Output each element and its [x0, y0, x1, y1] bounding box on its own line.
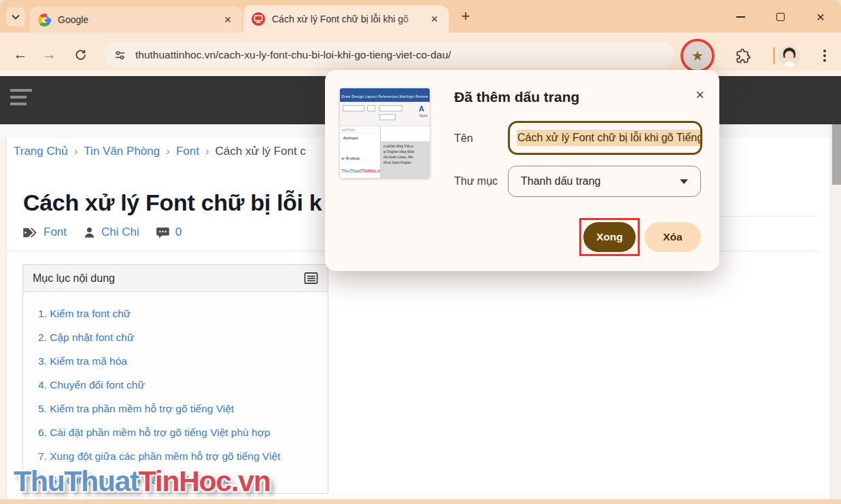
toc-item: 2. Cập nhật font chữ [38, 325, 328, 349]
site-favicon-icon [252, 12, 265, 26]
folder-select-value: Thanh dấu trang [521, 175, 680, 187]
tab-close-icon[interactable]: × [427, 12, 442, 26]
site-watermark: ThuThuatTinHoc.vn [14, 465, 270, 498]
toc-list: 1. Kiểm tra font chữ 2. Cập nhật font ch… [23, 292, 328, 492]
reload-button[interactable] [69, 43, 91, 65]
window-bottom-edge [0, 499, 841, 504]
preview-toolbar: A Styles [340, 102, 430, 126]
preview-watermark: ThuThuatTinHoc.v [341, 168, 380, 173]
avatar-image [778, 45, 800, 67]
toc-item: 6. Cài đặt phần mềm hỗ trợ gõ tiếng Việt… [38, 420, 328, 444]
breadcrumb-home-link[interactable]: Trang Chủ [14, 145, 68, 158]
reload-icon [74, 48, 87, 61]
comments-icon [156, 226, 170, 239]
tag-icon [22, 226, 38, 239]
forward-button[interactable]: → [38, 43, 60, 65]
toolbar-separator [773, 47, 775, 65]
breadcrumb: Trang Chủ›Tin Văn Phòng›Font›Cách xử lý … [14, 145, 306, 158]
toc-item: 5. Kiểm tra phần mềm hỗ trợ gõ tiếng Việ… [38, 397, 328, 420]
author-icon [83, 226, 96, 239]
page-scrollbar [830, 124, 841, 504]
bookmark-name-input[interactable]: Cách xử lý Font chữ bị lỗi khi gõ Tiếng [508, 121, 702, 155]
extensions-button[interactable] [733, 46, 753, 66]
browser-window: Google × Cách xử lý Font chữ bị lỗi khi … [0, 0, 841, 504]
back-button[interactable]: ← [10, 43, 31, 65]
puzzle-icon [735, 48, 751, 64]
window-maximize-button[interactable] [771, 7, 790, 26]
tab-title: Cách xử lý Font chữ bị lỗi khi gõ [272, 14, 427, 24]
tab-google[interactable]: Google × [30, 7, 242, 33]
bookmark-added-dialog: Draw Design Layout References Mailings R… [325, 70, 719, 271]
bookmark-preview-image: Draw Design Layout References Mailings R… [340, 88, 430, 178]
tab-strip: Google × Cách xử lý Font chữ bị lỗi khi … [0, 0, 841, 33]
preview-text-block: n phồm tiếng Việt p ut Engine cũng được … [381, 141, 430, 178]
tab-search-button[interactable] [6, 7, 25, 26]
new-tab-button[interactable]: + [457, 7, 475, 25]
tab-title: Google [58, 14, 220, 25]
article-meta: Font Chi Chi 0 [22, 226, 198, 239]
divider [713, 216, 819, 217]
toc-toggle-icon[interactable] [304, 272, 318, 285]
dialog-title: Đã thêm dấu trang [454, 89, 579, 105]
google-favicon-icon [38, 14, 51, 26]
bookmark-star-icon: ★ [691, 48, 704, 64]
dialog-close-button[interactable]: × [696, 86, 704, 104]
kebab-icon [823, 50, 826, 52]
selected-text: Cách xử lý Font chữ bị lỗi khi gõ Tiếng [517, 130, 702, 146]
address-bar[interactable]: thuthuattinhoc.vn/cach-xu-ly-font-chu-bi… [103, 42, 674, 68]
tag-link[interactable]: Font [44, 226, 67, 239]
window-minimize-button[interactable] [731, 7, 750, 26]
annotation-box: Xong [579, 218, 640, 256]
table-of-contents: Mục lục nội dung 1. Kiểm tra font chữ 2.… [22, 264, 328, 494]
minimize-icon [736, 16, 745, 18]
bookmark-star-button[interactable]: ★ [684, 42, 711, 69]
scrollbar-thumb[interactable] [832, 124, 841, 185]
delete-button[interactable]: Xóa [645, 222, 701, 252]
preview-ribbon: Draw Design Layout References Mailings R… [340, 88, 430, 102]
breadcrumb-subcategory-link[interactable]: Font [176, 145, 199, 158]
toc-item: 3. Kiểm tra mã hóa [38, 349, 328, 373]
author-link[interactable]: Chi Chi [101, 226, 139, 239]
window-close-button[interactable]: × [811, 7, 830, 26]
chevron-down-icon [12, 14, 20, 20]
comments-count-link[interactable]: 0 [175, 226, 182, 239]
folder-field-label: Thư mục [454, 175, 498, 187]
breadcrumb-category-link[interactable]: Tin Văn Phòng [84, 145, 160, 158]
url-text: thuthuattinhoc.vn/cach-xu-ly-font-chu-bi… [135, 49, 451, 61]
profile-avatar[interactable] [778, 45, 800, 67]
hamburger-icon [10, 89, 32, 92]
breadcrumb-current: Cách xử lý Font c [216, 145, 306, 158]
chevron-down-icon [680, 179, 688, 184]
hamburger-menu-button[interactable] [10, 89, 32, 109]
toc-header: Mục lục nội dung [23, 265, 328, 292]
done-button[interactable]: Xong [583, 222, 636, 252]
maximize-icon [776, 13, 785, 21]
toc-header-label: Mục lục nội dung [33, 272, 304, 285]
toc-item: 4. Chuyển đổi font chữ [38, 373, 328, 397]
breadcrumb-separator: › [74, 145, 78, 158]
tab-close-icon[interactable]: × [220, 12, 235, 27]
bookmark-folder-select[interactable]: Thanh dấu trang [508, 166, 701, 197]
tab-title-fade [398, 14, 427, 24]
browser-menu-button[interactable] [815, 46, 834, 65]
site-info-icon[interactable] [114, 50, 126, 61]
article-title: Cách xử lý Font chữ bị lỗi k [23, 190, 322, 216]
name-field-label: Tên [454, 132, 473, 145]
toc-item: 1. Kiểm tra font chữ [38, 302, 328, 325]
tab-active-article[interactable]: Cách xử lý Font chữ bị lỗi khi gõ × [243, 5, 449, 33]
